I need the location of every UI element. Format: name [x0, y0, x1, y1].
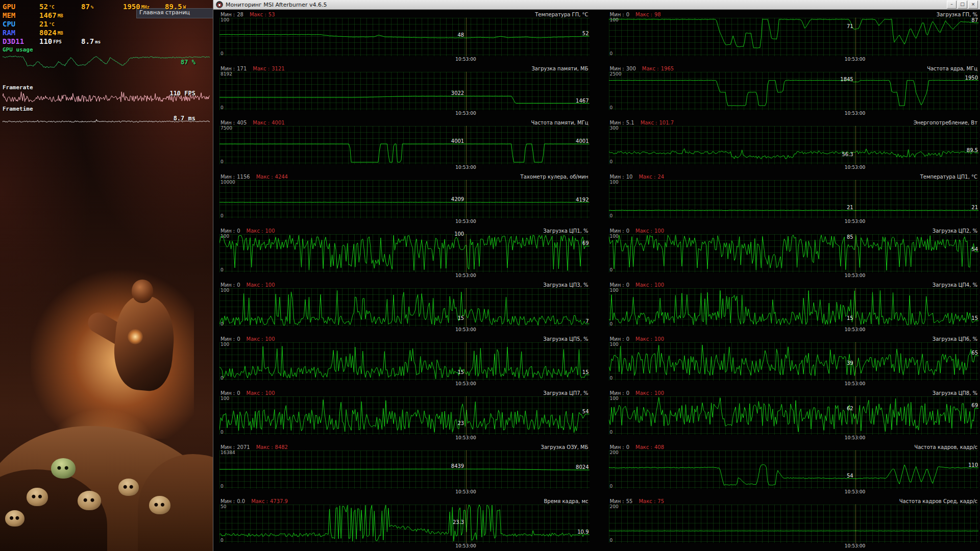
window-title: Мониторинг MSI Afterburner v4.6.5	[226, 2, 947, 8]
graph-title: Температура ГП, °C	[535, 12, 588, 17]
graph-panel-left-8[interactable]: Мин :0Макс :100 Загрузка ЦП7, % 100 0 23…	[219, 389, 590, 443]
time-label: 10:53:00	[455, 327, 476, 332]
graph-panel-left-6[interactable]: Мин :0Макс :100 Загрузка ЦП3, % 100 0 15…	[219, 281, 590, 335]
statue-head	[132, 280, 153, 303]
time-label: 10:53:00	[455, 57, 476, 62]
min-label: Мин :	[610, 444, 624, 450]
graph-panel-right-2[interactable]: Мин :300Макс :1965 Частота ядра, МГц 250…	[609, 65, 979, 119]
axis-max-label: 100	[220, 17, 229, 22]
graph-plot: 100 0 39 65	[609, 342, 979, 381]
axis-zero-label: 0	[610, 267, 613, 272]
max-value: 4001	[272, 120, 284, 126]
graph-plot: 100 0 21 21	[609, 180, 979, 218]
max-value: 100	[265, 336, 275, 342]
osd-stat-label: MEM	[3, 11, 39, 20]
graph-panel-left-9[interactable]: Мин :2071Макс :8482 Загрузка ОЗУ, МБ 163…	[219, 443, 590, 497]
graph-panel-right-7[interactable]: Мин :0Макс :100 Загрузка ЦП6, % 100 0 39…	[609, 335, 979, 389]
osd-row-cpu: CPU21°C	[3, 20, 210, 29]
close-button[interactable]: ×	[968, 1, 978, 9]
time-axis-row: 10:53:00	[219, 56, 590, 63]
game-window[interactable]: Главная страниц GPU52°C87%1950MHz89.5WME…	[0, 0, 213, 551]
axis-zero-label: 0	[610, 105, 613, 110]
maximize-button[interactable]: □	[958, 1, 967, 9]
minmax-readout: Мин :0Макс :100	[220, 228, 275, 234]
graph-plot: 7500 0 4001 4001	[219, 126, 590, 164]
graph-header: Мин :171Макс :3121 Загрузка памяти, МБ	[219, 65, 590, 72]
osd-graph-label: GPU usage	[3, 46, 210, 53]
graph-panel-left-2[interactable]: Мин :171Макс :3121 Загрузка памяти, МБ 8…	[219, 65, 590, 119]
graph-panel-right-9[interactable]: Мин :0Макс :408 Частота кадров, кадр/с 2…	[609, 443, 979, 497]
graph-panel-right-6[interactable]: Мин :0Макс :100 Загрузка ЦП4, % 100 0 15…	[609, 281, 979, 335]
osd-framerate-graph: Framerate110 FPS	[3, 84, 210, 106]
axis-max-label: 16384	[220, 450, 235, 455]
graph-panel-left-4[interactable]: Мин :1156Макс :4244 Тахометр кулера, об/…	[219, 173, 590, 227]
max-value: 4244	[275, 174, 288, 180]
cursor-value-label: 8439	[444, 463, 464, 469]
max-label: Макс :	[635, 390, 652, 396]
graph-panel-right-3[interactable]: Мин :5.1Макс :101.7 Энергопотребление, В…	[609, 119, 979, 173]
window-titlebar[interactable]: Мониторинг MSI Afterburner v4.6.5 – □ ×	[213, 0, 980, 10]
cursor-value-label: 62	[833, 406, 853, 411]
axis-zero-label: 0	[610, 538, 613, 543]
min-value: 0	[237, 228, 240, 234]
minimize-button[interactable]: –	[947, 1, 957, 9]
current-value-label: 110	[968, 462, 978, 468]
graph-header: Мин :2071Макс :8482 Загрузка ОЗУ, МБ	[219, 443, 590, 450]
graph-header: Мин :10Макс :24 Температура ЦП1, °C	[609, 173, 979, 180]
graph-plot: 2500 0 1845 1950	[609, 72, 979, 110]
max-value: 100	[265, 282, 275, 288]
graph-panel-left-10[interactable]: Мин :0.0Макс :4737.9 Время кадра, мс 50 …	[219, 497, 590, 551]
graph-header: Мин :0.0Макс :4737.9 Время кадра, мс	[219, 497, 590, 505]
graph-header: Мин :405Макс :4001 Частота памяти, МГц	[219, 119, 590, 126]
graph-panel-left-3[interactable]: Мин :405Макс :4001 Частота памяти, МГц 7…	[219, 119, 590, 173]
axis-max-label: 100	[220, 396, 229, 401]
graph-header: Мин :5.1Макс :101.7 Энергопотребление, В…	[609, 119, 979, 126]
graph-panel-left-1[interactable]: Мин :28Макс :53 Температура ГП, °C 100 0…	[219, 11, 590, 65]
min-label: Мин :	[220, 498, 235, 504]
cursor-value-label: 23	[444, 420, 464, 426]
osd-stat-value: 89.5W	[165, 3, 207, 11]
time-axis-row: 10:53:00	[219, 381, 590, 388]
time-cursor-line	[466, 288, 467, 327]
graph-title: Загрузка ЦП4, %	[933, 282, 977, 288]
graph-panel-right-8[interactable]: Мин :0Макс :100 Загрузка ЦП8, % 100 0 62…	[609, 389, 979, 443]
minmax-readout: Мин :0Макс :100	[220, 282, 275, 288]
graph-plot: 50 0 23.3 10.9	[219, 505, 590, 543]
osd-row-mem: MEM1467MB	[3, 11, 210, 20]
osd-graph-label: Frametime	[3, 106, 210, 112]
max-value: 408	[654, 444, 664, 450]
current-value-label: 15	[582, 369, 589, 375]
osd-stat-label: CPU	[3, 20, 39, 29]
min-value: 0	[626, 336, 629, 342]
graph-panel-left-7[interactable]: Мин :0Макс :100 Загрузка ЦП5, % 100 0 15…	[219, 335, 590, 389]
axis-zero-label: 0	[610, 159, 613, 164]
axis-max-label: 300	[610, 126, 619, 131]
graph-plot: 100 0 62 69	[609, 396, 979, 435]
max-value: 98	[654, 12, 661, 17]
time-cursor-line	[855, 126, 856, 164]
current-value-label: 4192	[576, 197, 589, 203]
min-label: Мин :	[220, 228, 235, 234]
osd-row-gpu: GPU52°C87%1950MHz89.5W	[3, 3, 210, 11]
minmax-readout: Мин :300Макс :1965	[610, 66, 674, 71]
min-label: Мин :	[610, 174, 624, 180]
minmax-readout: Мин :405Макс :4001	[220, 120, 285, 126]
osd-stat-label: D3D11	[3, 37, 39, 46]
time-axis-row: 10:53:00	[609, 110, 979, 117]
graph-header: Мин :55Макс :75 Частота кадров Сред, кад…	[609, 497, 979, 505]
graph-title: Частота кадров, кадр/с	[914, 444, 977, 450]
graph-panel-right-5[interactable]: Мин :0Макс :100 Загрузка ЦП2, % 100 0 85…	[609, 227, 979, 281]
time-cursor-line	[855, 72, 856, 110]
max-value: 75	[657, 498, 664, 504]
graph-header: Мин :0Макс :100 Загрузка ЦП2, %	[609, 227, 979, 234]
max-label: Макс :	[247, 228, 263, 234]
osd-row-ram: RAM8024MB	[3, 29, 210, 37]
graph-panel-left-5[interactable]: Мин :0Макс :100 Загрузка ЦП1, % 100 0 10…	[219, 227, 590, 281]
graph-panel-right-10[interactable]: Мин :55Макс :75 Частота кадров Сред, кад…	[609, 497, 979, 551]
graph-panel-right-1[interactable]: Мин :0Макс :98 Загрузка ГП, % 100 0 71 8…	[609, 11, 979, 65]
osd-stat-value: 52°C	[39, 3, 81, 11]
graph-plot: 100 0 15 15	[219, 342, 590, 381]
graph-header: Мин :300Макс :1965 Частота ядра, МГц	[609, 65, 979, 72]
graph-panel-right-4[interactable]: Мин :10Макс :24 Температура ЦП1, °C 100 …	[609, 173, 979, 227]
max-label: Макс :	[247, 282, 263, 288]
